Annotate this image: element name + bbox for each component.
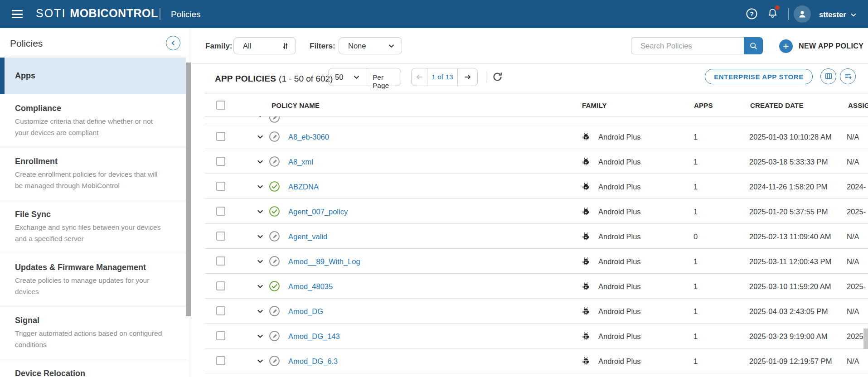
policy-name-link[interactable]: Amod_DG_6.3 — [288, 357, 338, 366]
username[interactable]: sttester — [819, 10, 846, 19]
policy-name-link[interactable]: Amod_DG_143 — [288, 332, 340, 341]
policy-name-link[interactable]: Amod_DG — [288, 307, 323, 316]
prev-page-button[interactable] — [412, 68, 427, 86]
approved-status-icon[interactable] — [269, 280, 280, 292]
row-expander-chevron-icon[interactable] — [256, 232, 265, 241]
row-checkbox[interactable] — [216, 306, 225, 315]
page-indicator[interactable]: 1 of 13 — [427, 68, 458, 86]
created-date-cell: 2025-03-23 9:19:00 AM — [749, 332, 827, 341]
row-checkbox[interactable] — [216, 232, 225, 241]
row-checkbox[interactable] — [216, 182, 225, 191]
sidebar-item-label: Signal — [15, 315, 164, 326]
search-button[interactable] — [744, 37, 763, 54]
next-page-button[interactable] — [458, 68, 477, 86]
per-page-label: Per Page — [373, 73, 401, 90]
family-dropdown[interactable]: All — [233, 37, 296, 54]
per-page-select-value[interactable]: 50 — [335, 73, 343, 82]
notifications-button[interactable] — [766, 7, 779, 21]
row-expander-chevron-icon[interactable] — [256, 132, 265, 141]
row-expander-chevron-icon[interactable] — [256, 332, 265, 341]
android-plus-icon — [582, 232, 590, 241]
column-settings-button[interactable] — [820, 68, 836, 84]
column-header-family[interactable]: FAMILY — [582, 102, 607, 109]
sidebar-item-enrollment[interactable]: EnrollmentCreate enrollment policies for… — [0, 147, 186, 200]
row-checkbox[interactable] — [216, 132, 225, 141]
draft-status-icon[interactable] — [269, 305, 280, 317]
search-icon — [749, 41, 758, 51]
enterprise-app-store-button[interactable]: ENTERPRISE APP STORE — [705, 69, 813, 84]
column-header-apps[interactable]: APPS — [694, 102, 713, 109]
table-row: Amod_48035Android Plus12025-03-10 11:59:… — [205, 274, 868, 299]
sidebar-item-signal[interactable]: SignalTrigger automated actions based on… — [0, 306, 186, 359]
column-header-policy-name[interactable]: POLICY NAME — [272, 102, 320, 109]
table-header-row: POLICY NAME FAMILY APPS CREATED DATE ASS… — [205, 93, 868, 116]
row-checkbox[interactable] — [216, 256, 225, 266]
help-icon[interactable] — [746, 8, 758, 20]
policy-name-link[interactable]: Agent_valid — [288, 232, 327, 241]
arrow-right-icon — [463, 72, 472, 82]
row-checkbox[interactable] — [216, 281, 225, 290]
select-all-checkbox[interactable] — [216, 101, 225, 110]
sidebar-item-compliance[interactable]: ComplianceCustomize criteria that define… — [0, 94, 186, 147]
avatar[interactable] — [794, 5, 811, 23]
policy-name-link[interactable]: A8_xml — [288, 158, 313, 166]
draft-status-icon[interactable] — [269, 131, 280, 142]
draft-status-icon[interactable] — [269, 156, 280, 167]
policy-name-link[interactable]: ABZDNA — [288, 183, 319, 191]
brand-secondary: MOBICONTROL — [70, 7, 158, 19]
columns-icon — [824, 71, 834, 81]
family-cell: Android Plus — [598, 282, 641, 291]
row-expander-chevron-icon[interactable] — [256, 207, 265, 216]
family-dropdown-value: All — [243, 42, 251, 50]
export-button[interactable] — [840, 68, 856, 84]
divider — [486, 71, 486, 83]
sidebar-item-apps[interactable]: Apps — [0, 58, 186, 94]
draft-status-icon[interactable] — [269, 256, 280, 267]
hamburger-icon[interactable] — [12, 10, 23, 18]
policy-name-link[interactable]: Agent_007_policy — [288, 208, 348, 216]
sidebar-title: Policies — [10, 38, 43, 49]
list-count: (1 - 50 of 602) — [279, 74, 333, 83]
row-checkbox[interactable] — [216, 207, 225, 216]
row-checkbox[interactable] — [216, 157, 225, 166]
chevron-left-icon — [169, 39, 177, 47]
collapse-sidebar-button[interactable] — [166, 36, 180, 50]
column-header-created-date[interactable]: CREATED DATE — [750, 102, 804, 109]
sidebar-item-file-sync[interactable]: File SyncExchange and sync files between… — [0, 200, 186, 253]
sidebar-item-device-relocation[interactable]: Device Relocation — [0, 359, 186, 377]
row-checkbox[interactable] — [216, 331, 225, 340]
family-cell: Android Plus — [598, 307, 641, 316]
policy-name-link[interactable]: A8_eb-3060 — [288, 133, 329, 141]
assigned-cell: N/A — [847, 133, 859, 141]
user-menu-chevron-down-icon[interactable] — [849, 11, 858, 19]
row-expander-chevron-icon[interactable] — [256, 357, 265, 366]
draft-status-icon[interactable] — [269, 231, 280, 242]
main-scrollbar-thumb[interactable] — [863, 329, 868, 349]
row-expander-chevron-icon[interactable] — [256, 257, 265, 266]
row-checkbox[interactable] — [216, 356, 225, 365]
search-input[interactable] — [631, 37, 744, 54]
chevron-down-icon[interactable] — [352, 73, 361, 82]
row-expander-chevron-icon[interactable] — [256, 157, 265, 166]
apps-count-cell: 1 — [693, 158, 698, 166]
sidebar-item-updates-firmware-management[interactable]: Updates & Firmware ManagementCreate poli… — [0, 253, 186, 306]
filters-dropdown[interactable]: None — [339, 37, 402, 54]
policy-name-link[interactable]: Amod__89_With_Log — [288, 257, 360, 266]
row-expander-chevron-icon[interactable] — [256, 182, 265, 191]
sidebar-scrollbar-thumb[interactable] — [186, 63, 191, 316]
row-expander-chevron-icon[interactable] — [256, 307, 265, 316]
column-header-assigned[interactable]: ASSIG — [848, 102, 868, 109]
sidebar-item-description: Create policies to manage updates for yo… — [15, 275, 164, 297]
draft-status-icon[interactable] — [269, 355, 280, 367]
table-row: Agent_validAndroid Plus02025-02-13 11:09… — [205, 224, 868, 249]
pagination-control: 1 of 13 — [411, 68, 478, 86]
approved-status-icon[interactable] — [269, 181, 280, 192]
table-row: A8_eb-3060Android Plus12025-01-03 10:10:… — [205, 124, 868, 149]
approved-status-icon[interactable] — [269, 206, 280, 217]
refresh-icon[interactable] — [491, 71, 504, 83]
new-app-policy-button[interactable]: NEW APP POLICY — [779, 37, 863, 55]
policy-name-link[interactable]: Amod_48035 — [288, 282, 333, 291]
draft-status-icon[interactable] — [269, 330, 280, 342]
sidebar-item-description: Exchange and sync files between your dev… — [15, 222, 164, 244]
row-expander-chevron-icon[interactable] — [256, 282, 265, 291]
